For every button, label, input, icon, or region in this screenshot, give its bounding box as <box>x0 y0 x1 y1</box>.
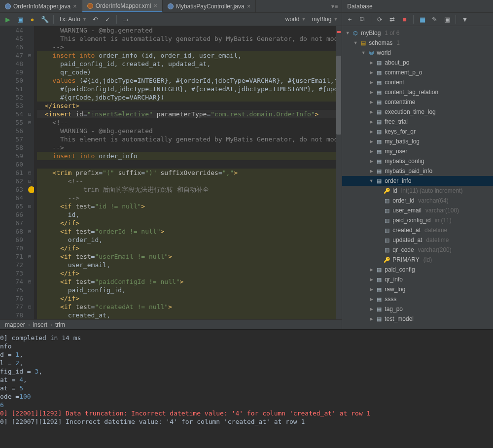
fold-toggle-icon[interactable]: ⊟ <box>28 110 31 118</box>
tree-arrow-icon[interactable]: ▶ <box>369 307 374 311</box>
db-column[interactable]: ▥paid_config_idint(11) <box>342 215 493 225</box>
editor-tab[interactable]: MybatisPayController.java× <box>163 0 256 12</box>
tree-arrow-icon[interactable]: ▶ <box>369 169 374 173</box>
tabs-menu-icon[interactable]: ▾≡ <box>327 3 342 10</box>
new-console-icon[interactable]: ▣ <box>16 16 24 23</box>
db-table[interactable]: ▶▦content_tag_relation <box>342 87 493 97</box>
db-table[interactable]: ▶▦mybatis_config <box>342 156 493 166</box>
refresh-icon[interactable]: ⟳ <box>376 16 384 23</box>
db-table[interactable]: ▶▦free_trial <box>342 117 493 127</box>
tree-arrow-icon[interactable]: ▶ <box>369 316 374 321</box>
edit-icon[interactable]: ✎ <box>431 16 438 23</box>
editor-tab[interactable]: OrderInfoMapper.xml× <box>82 0 163 12</box>
tree-arrow-icon[interactable]: ▶ <box>369 129 374 134</box>
view-icon[interactable]: ▭ <box>122 16 129 23</box>
tree-arrow-icon[interactable]: ▼ <box>345 31 350 35</box>
fold-toggle-icon[interactable]: ⊟ <box>28 252 31 261</box>
db-column[interactable]: 🔑idint(11) (auto increment) <box>342 186 493 196</box>
breadcrumb-item[interactable]: mapper <box>5 321 25 328</box>
db-table[interactable]: ▶▦test_model <box>342 314 493 324</box>
filter-icon[interactable]: ▼ <box>461 16 468 23</box>
db-table[interactable]: ▶▦about_po <box>342 58 493 68</box>
database-tree[interactable]: ▼⌬myBlog1 of 6▼▤schemas1▼⛁world▶▦about_p… <box>342 26 493 329</box>
db-table[interactable]: ▶▦paid_config <box>342 265 493 275</box>
db-column[interactable]: ▥user_emailvarchar(100) <box>342 206 493 215</box>
wrench-icon[interactable]: 🔧 <box>41 16 48 23</box>
sync-icon[interactable]: ⇄ <box>388 16 396 23</box>
editor-tab[interactable]: OrderInfoMapper.java× <box>0 0 82 12</box>
db-column[interactable]: ▥updated_atdatetime <box>342 235 493 245</box>
db-root[interactable]: ▼⌬myBlog1 of 6 <box>342 28 493 38</box>
tree-arrow-icon[interactable]: ▶ <box>369 109 374 114</box>
rollback-icon[interactable]: ↶ <box>92 16 99 23</box>
console-line: 0] completed in 14 ms <box>0 334 489 342</box>
tree-arrow-icon[interactable]: ▶ <box>369 297 374 302</box>
db-table-selected[interactable]: ▼▦order_info <box>342 176 493 186</box>
tree-arrow-icon[interactable]: ▼ <box>361 50 366 55</box>
db-table[interactable]: ▶▦tag_po <box>342 304 493 314</box>
stop-icon[interactable]: ■ <box>401 16 408 23</box>
fold-toggle-icon[interactable]: ⊟ <box>28 227 31 236</box>
db-column[interactable]: ▥qr_codevarchar(200) <box>342 245 493 255</box>
db-table[interactable]: ▶▦ssss <box>342 294 493 304</box>
breadcrumb-item[interactable]: insert <box>33 321 47 328</box>
db-table[interactable]: ▶▦raw_log <box>342 284 493 294</box>
add-datasource-icon[interactable]: ＋ <box>346 16 353 23</box>
close-icon[interactable]: × <box>73 2 77 10</box>
db-world[interactable]: ▼⛁world <box>342 48 493 58</box>
commit-icon[interactable]: ● <box>29 16 36 23</box>
fold-toggle-icon[interactable]: ⊟ <box>28 177 31 185</box>
table-view-icon[interactable]: ▦ <box>419 16 426 23</box>
code-area[interactable]: WARNING - @mbg.generated This element is… <box>34 26 342 319</box>
breadcrumb[interactable]: mapper›insert›trim <box>0 319 342 329</box>
db-schemas[interactable]: ▼▤schemas1 <box>342 38 493 48</box>
tree-arrow-icon[interactable]: ▶ <box>369 119 374 124</box>
tree-arrow-icon[interactable]: ▶ <box>369 80 374 85</box>
tree-arrow-icon[interactable]: ▼ <box>369 178 374 183</box>
schema-combo[interactable]: world▼ <box>285 16 306 23</box>
tree-arrow-icon[interactable]: ▶ <box>369 60 374 65</box>
tree-arrow-icon[interactable]: ▶ <box>369 100 374 104</box>
console-icon[interactable]: ▣ <box>443 16 451 23</box>
tree-arrow-icon[interactable]: ▶ <box>369 159 374 164</box>
breadcrumb-item[interactable]: trim <box>55 321 65 328</box>
close-icon[interactable]: × <box>153 2 157 9</box>
db-table[interactable]: ▶▦comment_p_o <box>342 68 493 77</box>
tree-arrow-icon[interactable]: ▶ <box>369 149 374 154</box>
tree-arrow-icon[interactable]: ▶ <box>369 90 374 95</box>
tree-arrow-icon[interactable]: ▼ <box>353 40 358 45</box>
run-icon[interactable]: ▶ <box>4 16 11 23</box>
fold-toggle-icon[interactable]: ⊟ <box>28 202 31 210</box>
code-editor[interactable]: 4445464748495051525354555657585960616263… <box>0 26 342 319</box>
fold-toggle-icon[interactable]: ⊟ <box>28 303 31 311</box>
fold-toggle-icon[interactable]: ⊟ <box>28 169 31 177</box>
tree-arrow-icon[interactable]: ▶ <box>369 70 374 75</box>
tree-arrow-icon[interactable]: ▶ <box>369 139 374 144</box>
fold-toggle-icon[interactable]: ⊟ <box>28 118 31 127</box>
db-table[interactable]: ▶▦content <box>342 77 493 87</box>
tree-arrow-icon[interactable]: ▶ <box>369 277 374 282</box>
close-icon[interactable]: × <box>247 2 251 10</box>
console-output[interactable]: 0] completed in 14 msnfod = 1,l = 2,fig_… <box>0 329 493 448</box>
duplicate-icon[interactable]: ⧉ <box>358 16 366 23</box>
tree-arrow-icon[interactable]: ▶ <box>369 267 374 272</box>
fold-toggle-icon[interactable]: ⊟ <box>28 51 31 60</box>
db-table[interactable]: ▶▦qr_info <box>342 275 493 284</box>
tree-label: paid_config <box>385 266 415 273</box>
db-primary-key[interactable]: 🔑PRIMARY(id) <box>342 255 493 265</box>
commit-tx-icon[interactable]: ✓ <box>104 16 111 23</box>
tree-arrow-icon[interactable]: ▶ <box>369 287 374 292</box>
fold-toggle-icon[interactable]: ⊟ <box>28 277 31 286</box>
datasource-combo[interactable]: myBlog▼ <box>312 16 338 23</box>
db-table[interactable]: ▶▦contenttime <box>342 97 493 107</box>
db-table[interactable]: ▶▦keys_for_qr <box>342 127 493 137</box>
db-table[interactable]: ▶▦execution_time_log <box>342 107 493 117</box>
db-column[interactable]: ▥created_atdatetime <box>342 225 493 235</box>
fold-column[interactable]: ⊟⊟⊟⊟⊟⊟⊟⊟⊟⊟ <box>27 26 34 319</box>
editor-scrollbar[interactable] <box>336 26 342 319</box>
db-table[interactable]: ▶▦my_batis_log <box>342 137 493 146</box>
db-table[interactable]: ▶▦mybatis_paid_info <box>342 166 493 176</box>
tx-mode-combo[interactable]: Tx: Auto▼ <box>59 16 87 23</box>
db-table[interactable]: ▶▦my_user <box>342 146 493 156</box>
db-column[interactable]: ▥order_idvarchar(64) <box>342 196 493 206</box>
